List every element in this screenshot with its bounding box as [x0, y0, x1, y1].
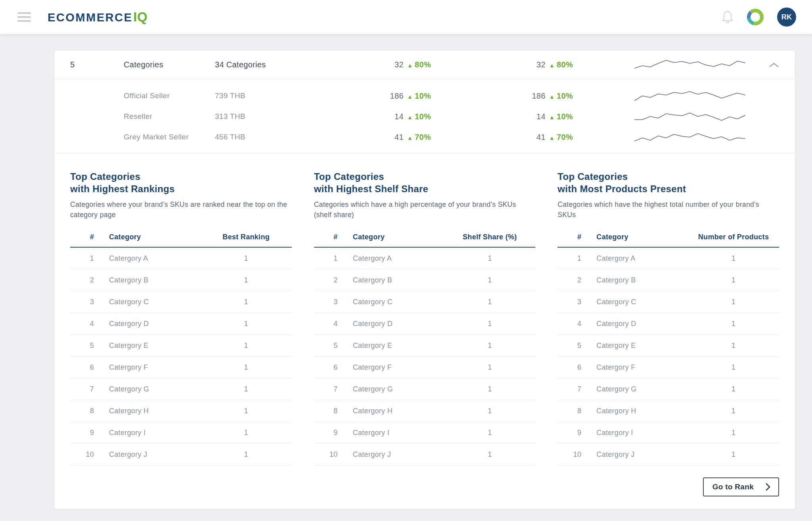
- column-header: #: [70, 233, 94, 241]
- metric-value: 1: [444, 429, 535, 437]
- table-most-products: Top Categories with Most Products Presen…: [557, 171, 779, 466]
- table-row: 10Catergory J1: [314, 444, 536, 466]
- up-arrow-icon: ▲: [407, 62, 413, 69]
- row-index: 8: [557, 407, 581, 415]
- metric-value: 1: [201, 320, 292, 328]
- category-name: Catergory J: [581, 450, 688, 459]
- metric-value: 1: [688, 254, 779, 263]
- category-name: Catergory F: [338, 363, 444, 372]
- row-index: 8: [70, 407, 94, 415]
- category-name: Catergory E: [94, 342, 201, 350]
- table-row: 5Catergory E1: [314, 335, 536, 357]
- chevron-up-icon[interactable]: [769, 62, 779, 68]
- metric-value: 32: [395, 60, 404, 69]
- table-highest-rankings: Top Categories with Highest Rankings Cat…: [70, 171, 292, 466]
- category-name: Catergory E: [581, 342, 688, 350]
- row-index: 5: [70, 342, 94, 350]
- sparkline-chart: [634, 128, 745, 146]
- category-name: Catergory D: [581, 320, 688, 328]
- top-categories-section: Top Categories with Highest Rankings Cat…: [54, 153, 795, 466]
- metric-value: 186: [532, 92, 546, 100]
- table-title: Top Categories with Highest Rankings: [70, 171, 292, 195]
- seller-metric-2: 14▲10%: [431, 112, 573, 121]
- metric-value: 1: [444, 276, 535, 284]
- category-name: Catergory G: [94, 385, 201, 393]
- metric-value: 1: [688, 450, 779, 459]
- metric-percent: 70%: [557, 133, 573, 141]
- brand-text: ECOMMERCE: [48, 11, 132, 24]
- metric-value: 1: [444, 450, 535, 459]
- metric-value: 14: [536, 112, 546, 121]
- go-to-rank-button[interactable]: Go to Rank: [703, 477, 779, 496]
- sparkline-chart: [634, 87, 745, 105]
- table-row: 1Catergory A1: [70, 248, 292, 269]
- row-index: 7: [314, 385, 338, 393]
- table-row: 2Catergory B1: [557, 269, 779, 291]
- column-header: #: [314, 233, 338, 241]
- column-header: Category: [338, 233, 444, 241]
- category-name: Catergory F: [94, 363, 201, 372]
- summary-metric-2: 32▲80%: [431, 60, 573, 69]
- column-header: Category: [94, 233, 201, 241]
- category-name: Catergory A: [338, 254, 444, 263]
- row-index: 1: [314, 254, 338, 263]
- row-index: 6: [70, 363, 94, 372]
- category-name: Catergory I: [338, 429, 444, 437]
- table-row: 9Catergory I1: [314, 422, 536, 444]
- row-index: 3: [70, 298, 94, 306]
- metric-value: 1: [688, 385, 779, 393]
- metric-percent: 80%: [557, 60, 573, 69]
- card-footer: Go to Rank: [54, 466, 795, 496]
- hamburger-menu-icon[interactable]: [17, 12, 31, 22]
- row-label: Categories: [124, 60, 215, 69]
- product-logo-button[interactable]: [747, 9, 764, 25]
- table-row: 9Catergory I1: [70, 422, 292, 444]
- up-arrow-icon: ▲: [549, 62, 555, 69]
- table-description: Categories which have the highest total …: [557, 200, 779, 220]
- row-index: 3: [557, 298, 581, 306]
- category-name: Catergory B: [338, 276, 444, 284]
- seller-row: Official Seller 739 THB 186▲10% 186▲10%: [54, 86, 795, 106]
- up-arrow-icon: ▲: [407, 114, 413, 120]
- metric-value: 1: [201, 407, 292, 415]
- metric-percent: 80%: [415, 60, 431, 69]
- bell-icon[interactable]: [722, 10, 733, 24]
- table-body: 1Catergory A12Catergory B13Catergory C14…: [314, 248, 536, 466]
- category-name: Catergory C: [338, 298, 444, 306]
- user-avatar[interactable]: RK: [777, 8, 796, 27]
- metric-value: 1: [444, 363, 535, 372]
- collapse-row-button[interactable]: [769, 62, 779, 68]
- categories-card: 5 Categories 34 Categories 32▲80% 32▲80%…: [54, 51, 795, 509]
- table-row: 3Catergory C1: [70, 291, 292, 313]
- metric-value: 1: [201, 450, 292, 459]
- brand-iq-text: IQ: [133, 10, 147, 25]
- row-index: 1: [557, 254, 581, 263]
- seller-metric-2: 186▲10%: [431, 92, 573, 101]
- table-header: #CategoryShelf Share (%): [314, 233, 536, 248]
- table-highest-shelf-share: Top Categories with Highest Shelf Share …: [314, 171, 536, 466]
- row-index: 9: [314, 429, 338, 437]
- row-index: 3: [314, 298, 338, 306]
- row-index: 2: [314, 276, 338, 284]
- table-row: 7Catergory G1: [557, 378, 779, 400]
- metric-value: 1: [688, 298, 779, 306]
- metric-value: 1: [201, 276, 292, 284]
- metric-value: 1: [201, 429, 292, 437]
- up-arrow-icon: ▲: [407, 94, 413, 100]
- row-index: 10: [70, 450, 94, 459]
- metric-value: 1: [688, 342, 779, 350]
- table-row: 3Catergory C1: [314, 291, 536, 313]
- row-index: 2: [557, 276, 581, 284]
- metric-value: 1: [201, 342, 292, 350]
- sparkline-chart: [634, 108, 745, 125]
- metric-value: 1: [444, 320, 535, 328]
- row-index: 7: [557, 385, 581, 393]
- table-row: 10Catergory J1: [70, 444, 292, 466]
- seller-label: Grey Market Seller: [124, 133, 215, 141]
- row-index: 10: [557, 450, 581, 459]
- table-row: 6Catergory F1: [70, 357, 292, 378]
- table-header: #CategoryBest Ranking: [70, 233, 292, 248]
- row-index: 8: [314, 407, 338, 415]
- summary-metric-1: 32▲80%: [312, 60, 431, 69]
- column-header: Shelf Share (%): [444, 233, 535, 241]
